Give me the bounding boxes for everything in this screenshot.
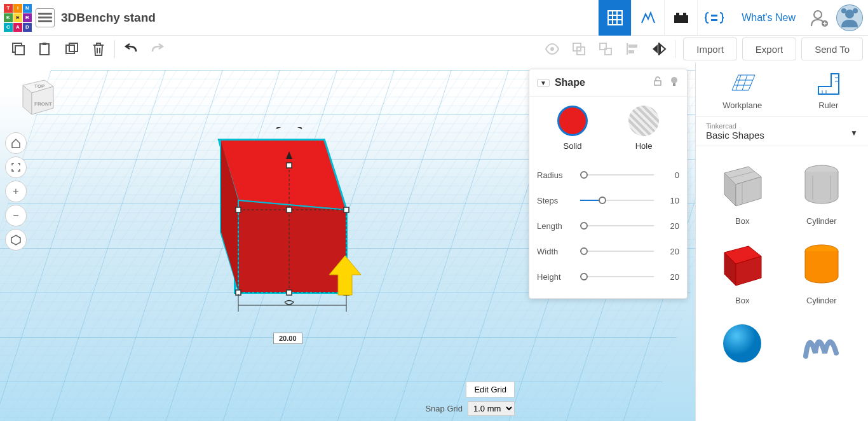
- cursor-arrow-icon: [328, 253, 362, 298]
- material-solid[interactable]: Solid: [557, 106, 588, 151]
- svg-rect-22: [66, 45, 74, 53]
- view-cube[interactable]: TOP FRONT: [18, 74, 58, 121]
- export-button[interactable]: Export: [742, 38, 796, 60]
- svg-rect-52: [287, 290, 292, 295]
- svg-rect-49: [287, 207, 292, 212]
- svg-marker-68: [818, 74, 839, 94]
- import-button[interactable]: Import: [683, 38, 737, 60]
- workplane-tool[interactable]: Workplane: [722, 71, 762, 110]
- mode-bricks[interactable]: [664, 0, 697, 36]
- svg-point-15: [845, 10, 854, 18]
- collapse-icon[interactable]: ▼: [537, 79, 550, 87]
- mode-blocks[interactable]: [631, 0, 664, 36]
- shape-box-hole[interactable]: Box: [706, 158, 779, 226]
- svg-marker-42: [220, 140, 346, 210]
- svg-rect-19: [15, 46, 24, 55]
- zoom-in-button[interactable]: +: [5, 181, 27, 202]
- view-nav-buttons: + −: [5, 132, 27, 251]
- svg-rect-54: [287, 163, 292, 168]
- svg-rect-62: [673, 83, 675, 86]
- svg-marker-59: [329, 256, 361, 295]
- dimension-value[interactable]: 20.00: [273, 333, 302, 344]
- shape-sphere[interactable]: [706, 317, 779, 370]
- svg-marker-63: [732, 75, 755, 90]
- svg-rect-20: [40, 44, 49, 55]
- svg-text:FRONT: FRONT: [34, 101, 52, 107]
- document-title[interactable]: 3DBenchy stand: [61, 11, 156, 25]
- svg-rect-8: [711, 15, 717, 17]
- design-list-icon[interactable]: [36, 8, 55, 27]
- svg-rect-23: [69, 43, 78, 52]
- delete-button[interactable]: [85, 36, 112, 62]
- top-bar: TIN KER CAD 3DBenchy stand What's New: [0, 0, 868, 36]
- svg-point-17: [853, 8, 858, 13]
- sidebar-expand-handle[interactable]: 〉: [695, 240, 696, 266]
- chevron-down-icon: ▼: [850, 128, 858, 137]
- zoom-out-button[interactable]: −: [5, 205, 27, 226]
- svg-rect-21: [43, 43, 46, 45]
- svg-rect-50: [344, 207, 349, 212]
- svg-rect-60: [654, 81, 661, 85]
- svg-rect-0: [608, 11, 622, 25]
- shape-inspector: ▼ Shape Solid Hole Radius 0 Steps: [529, 69, 688, 299]
- mode-3d-design[interactable]: [598, 0, 631, 36]
- snap-grid-label: Snap Grid: [425, 404, 463, 413]
- svg-point-24: [550, 47, 554, 51]
- lightbulb-icon[interactable]: [669, 76, 679, 90]
- lock-icon[interactable]: [653, 76, 663, 89]
- svg-text:TOP: TOP: [34, 83, 45, 89]
- shape-scribble[interactable]: [785, 317, 858, 370]
- action-toolbar: Import Export Send To: [0, 36, 868, 62]
- redo-button[interactable]: [144, 36, 171, 62]
- snap-grid-select[interactable]: 1.0 mm: [468, 401, 515, 416]
- svg-rect-48: [236, 207, 241, 212]
- fit-view-button[interactable]: [5, 156, 27, 178]
- group-button[interactable]: [566, 36, 592, 62]
- svg-rect-7: [683, 13, 686, 16]
- edit-grid-button[interactable]: Edit Grid: [466, 382, 515, 397]
- svg-rect-31: [628, 50, 634, 53]
- svg-line-66: [736, 75, 741, 90]
- svg-point-61: [671, 77, 677, 83]
- svg-line-67: [742, 75, 747, 90]
- undo-button[interactable]: [118, 36, 144, 62]
- home-view-button[interactable]: [5, 132, 27, 154]
- grid-controls: Edit Grid Snap Grid 1.0 mm: [425, 382, 515, 416]
- duplicate-button[interactable]: [58, 36, 85, 62]
- prop-radius[interactable]: Radius 0: [537, 162, 679, 188]
- ruler-tool[interactable]: Ruler: [816, 71, 841, 110]
- prop-width[interactable]: Width 20: [537, 238, 679, 264]
- paste-button[interactable]: [32, 36, 58, 62]
- ungroup-button[interactable]: [592, 36, 619, 62]
- shape-box-solid[interactable]: Box: [706, 237, 779, 305]
- svg-rect-30: [628, 45, 637, 48]
- prop-steps[interactable]: Steps 10: [537, 188, 679, 213]
- editor-mode-tabs: [598, 0, 730, 36]
- mode-code[interactable]: [697, 0, 730, 36]
- svg-marker-40: [11, 235, 20, 245]
- shape-category-select[interactable]: Tinkercad Basic Shapes ▼: [696, 117, 868, 146]
- add-user-icon[interactable]: [807, 6, 831, 30]
- inspector-title: Shape: [555, 77, 653, 88]
- user-avatar[interactable]: [836, 4, 863, 31]
- tinkercad-logo[interactable]: TIN KER CAD: [4, 4, 32, 32]
- shape-cylinder-hole[interactable]: Cylinder: [785, 158, 858, 226]
- shape-cylinder-solid[interactable]: Cylinder: [785, 237, 858, 305]
- svg-point-16: [841, 8, 846, 13]
- svg-point-85: [723, 324, 761, 362]
- prop-height[interactable]: Height 20: [537, 264, 679, 289]
- copy-button[interactable]: [5, 36, 32, 62]
- ortho-toggle-button[interactable]: [5, 229, 27, 251]
- whats-new-link[interactable]: What's New: [730, 0, 807, 36]
- prop-length[interactable]: Length 20: [537, 213, 679, 238]
- mirror-button[interactable]: [646, 36, 672, 62]
- svg-rect-9: [711, 19, 717, 21]
- align-button[interactable]: [619, 36, 646, 62]
- send-to-button[interactable]: Send To: [801, 38, 863, 60]
- shapes-sidebar: 〉 Workplane Ruler Tinkercad Basic Shapes…: [695, 62, 868, 421]
- show-all-button[interactable]: [539, 36, 566, 62]
- material-hole[interactable]: Hole: [628, 106, 659, 151]
- svg-rect-5: [674, 15, 688, 23]
- svg-point-10: [814, 11, 822, 18]
- svg-rect-6: [676, 13, 679, 16]
